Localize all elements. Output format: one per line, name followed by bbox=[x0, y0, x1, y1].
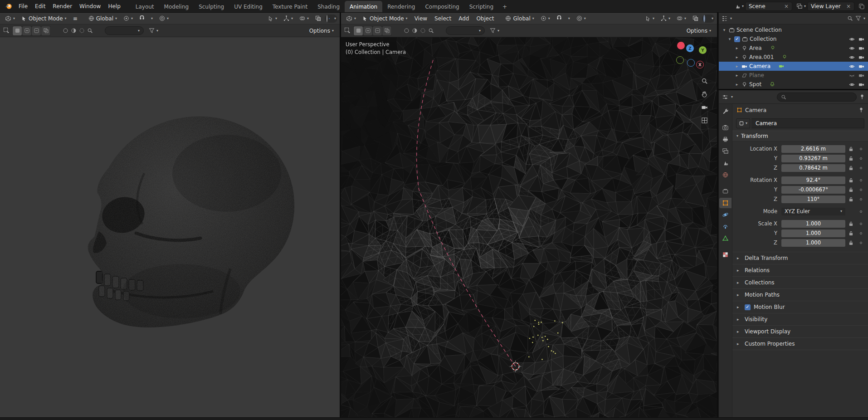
tool-option-icon-1[interactable] bbox=[63, 28, 68, 34]
outliner-row-area-001[interactable]: ▸ Area.001 bbox=[719, 53, 868, 62]
transform-orientation-dropdown[interactable]: Global ▾ bbox=[86, 15, 120, 23]
show-gizmo-dropdown[interactable]: ▾ bbox=[281, 15, 296, 22]
tool-option-icon-1[interactable] bbox=[404, 28, 410, 34]
lock-icon[interactable] bbox=[849, 231, 853, 236]
tool-option-icon-3[interactable] bbox=[79, 28, 85, 34]
wireframe-shading-icon[interactable] bbox=[704, 15, 705, 22]
workspace-tab-rendering[interactable]: Rendering bbox=[382, 1, 420, 12]
animate-decorator[interactable] bbox=[860, 210, 862, 213]
menu-help[interactable]: Help bbox=[104, 1, 124, 11]
navigation-gizmo[interactable]: Z Y X bbox=[676, 41, 710, 70]
physics-tab[interactable] bbox=[719, 210, 731, 220]
tool-option-icon-2[interactable] bbox=[71, 28, 77, 34]
outliner-row-area[interactable]: ▸ Area bbox=[719, 44, 868, 53]
tool-tab[interactable] bbox=[719, 106, 731, 117]
zoom-icon[interactable] bbox=[700, 76, 709, 85]
render-tab[interactable] bbox=[719, 122, 731, 133]
render-visibility-icon[interactable] bbox=[858, 82, 864, 88]
add-workspace-button[interactable]: + bbox=[498, 1, 511, 12]
workspace-tab-sculpting[interactable]: Sculpting bbox=[194, 1, 229, 12]
location-y-field[interactable]: 0.93267 m bbox=[781, 155, 845, 162]
blender-logo-icon[interactable] bbox=[3, 1, 14, 12]
menu-window[interactable]: Window bbox=[76, 1, 104, 11]
section-custom-properties[interactable]: ▸ Custom Properties bbox=[732, 337, 868, 350]
close-icon[interactable]: × bbox=[846, 4, 851, 9]
workspace-tab-modeling[interactable]: Modeling bbox=[159, 1, 194, 12]
pin-icon[interactable] bbox=[859, 94, 865, 100]
rotation-z-field[interactable]: 110° bbox=[781, 195, 845, 203]
shading-mode-switch[interactable]: ▾ bbox=[325, 15, 337, 23]
properties-editor-icon[interactable] bbox=[722, 94, 728, 100]
render-visibility-icon[interactable] bbox=[858, 63, 864, 69]
filter-dropdown[interactable]: ▾ bbox=[487, 27, 502, 34]
section-delta-transform[interactable]: ▸ Delta Transform bbox=[732, 252, 868, 264]
transform-orientation-dropdown[interactable]: Global ▾ bbox=[502, 15, 536, 23]
breadcrumb-object-name[interactable]: Camera bbox=[745, 107, 766, 113]
tool-option-icon-3[interactable] bbox=[420, 28, 426, 34]
output-tab[interactable] bbox=[719, 134, 731, 145]
workspace-tab-scripting[interactable]: Scripting bbox=[464, 1, 498, 12]
constraints-tab[interactable] bbox=[719, 221, 731, 232]
collection-tab[interactable] bbox=[719, 186, 731, 196]
render-visibility-icon[interactable] bbox=[858, 36, 864, 42]
xray-toggle[interactable] bbox=[690, 15, 701, 22]
pan-hand-icon[interactable] bbox=[700, 89, 709, 98]
camera-view-icon[interactable] bbox=[700, 103, 709, 112]
rotation-y-field[interactable]: -0.000667° bbox=[781, 186, 845, 194]
render-visibility-icon[interactable] bbox=[858, 54, 864, 60]
section-visibility[interactable]: ▸ Visibility bbox=[732, 313, 868, 325]
filter-dropdown[interactable]: ▾ bbox=[146, 27, 161, 34]
animate-decorator[interactable] bbox=[860, 179, 862, 181]
snap-toggle[interactable] bbox=[554, 15, 565, 22]
outliner-row-camera[interactable]: ▸ Camera bbox=[719, 62, 868, 71]
scene-name-field[interactable]: Scene × bbox=[745, 2, 792, 11]
viewport-left-canvas[interactable] bbox=[0, 37, 340, 417]
workspace-tab-compositing[interactable]: Compositing bbox=[420, 1, 464, 12]
tool-option-icon-2[interactable] bbox=[412, 28, 418, 34]
shading-mode-switch[interactable]: ▾ bbox=[702, 15, 715, 23]
xray-toggle[interactable] bbox=[312, 15, 324, 22]
outliner-row-plane[interactable]: ▸ Plane bbox=[719, 71, 868, 80]
properties-search-input[interactable] bbox=[777, 93, 857, 102]
select-extend-button[interactable] bbox=[22, 26, 31, 35]
collapsed-menus-button[interactable]: ≡ bbox=[70, 15, 80, 23]
menu-object[interactable]: Object bbox=[473, 15, 497, 23]
funnel-icon[interactable] bbox=[855, 15, 861, 21]
eye-icon[interactable] bbox=[849, 36, 855, 42]
workspace-tab-shading[interactable]: Shading bbox=[312, 1, 345, 12]
new-layer-icon[interactable] bbox=[858, 3, 864, 9]
search-icon[interactable] bbox=[87, 28, 93, 34]
axis-z-neg-ball[interactable] bbox=[687, 59, 695, 67]
axis-x-neg-ball[interactable] bbox=[677, 42, 685, 49]
snap-toggle[interactable] bbox=[137, 15, 147, 22]
object-tab[interactable] bbox=[719, 198, 731, 208]
section-viewport-display[interactable]: ▸ Viewport Display bbox=[732, 325, 868, 337]
eye-icon[interactable] bbox=[849, 54, 855, 60]
object-data-tab[interactable] bbox=[719, 233, 731, 244]
lock-icon[interactable] bbox=[849, 197, 853, 202]
animate-decorator[interactable] bbox=[860, 198, 862, 200]
eye-icon[interactable] bbox=[849, 45, 855, 51]
outliner-row-scene-collection[interactable]: ▾ Scene Collection bbox=[719, 25, 868, 34]
location-x-field[interactable]: 2.6616 m bbox=[781, 145, 845, 153]
scene-tab[interactable] bbox=[719, 158, 731, 168]
lock-icon[interactable] bbox=[849, 187, 853, 192]
browse-object-button[interactable]: ▾ bbox=[736, 118, 750, 128]
pivot-point-dropdown[interactable]: ▾ bbox=[538, 15, 553, 22]
select-subtract-button[interactable] bbox=[32, 26, 41, 35]
wireframe-shading-icon[interactable] bbox=[327, 15, 327, 22]
select-intersect-button[interactable] bbox=[41, 26, 50, 35]
editor-type-button[interactable]: ▾ bbox=[343, 15, 359, 23]
section-relations[interactable]: ▸ Relations bbox=[732, 264, 868, 276]
light-data-icon[interactable] bbox=[770, 45, 775, 51]
menu-select[interactable]: Select bbox=[431, 15, 454, 23]
transform-panel-header[interactable]: ▾ Transform bbox=[732, 131, 868, 142]
scene-selector[interactable]: ▾ Scene × bbox=[734, 2, 792, 11]
render-visibility-icon[interactable] bbox=[858, 45, 864, 51]
scale-x-field[interactable]: 1.000 bbox=[781, 220, 845, 228]
workspace-tab-animation[interactable]: Animation bbox=[345, 1, 382, 12]
axis-y-ball[interactable]: Y bbox=[699, 46, 707, 54]
animate-decorator[interactable] bbox=[860, 157, 862, 160]
select-set-button[interactable] bbox=[13, 26, 22, 35]
camera-data-icon[interactable] bbox=[779, 63, 784, 69]
